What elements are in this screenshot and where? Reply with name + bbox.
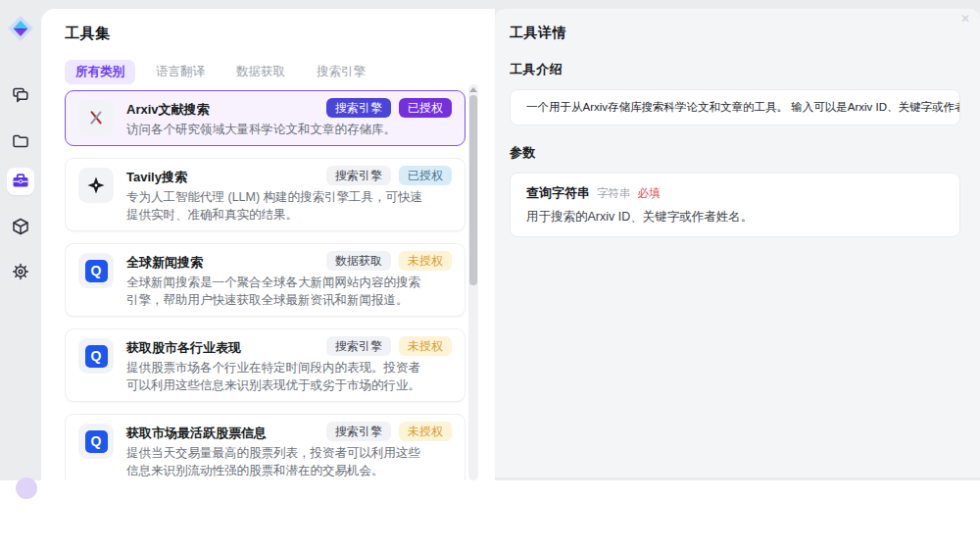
tool-card-head: 获取市场最活跃股票信息搜索引擎未授权 bbox=[126, 422, 452, 441]
tool-card-head: Tavily搜索搜索引擎已授权 bbox=[126, 166, 452, 185]
chat-icon bbox=[12, 86, 29, 104]
category-tab[interactable]: 搜索引擎 bbox=[306, 60, 376, 84]
tool-badges: 搜索引擎未授权 bbox=[326, 336, 452, 356]
arxiv-logo-icon bbox=[87, 109, 105, 126]
toolbox-icon bbox=[12, 173, 29, 190]
tool-icon-box: Q bbox=[78, 253, 114, 288]
app-logo-icon bbox=[7, 15, 34, 42]
tool-card-body: Arxiv文献搜索搜索引擎已授权访问各个研究领域大量科学论文和文章的存储库。 bbox=[126, 98, 452, 138]
param-head: 查询字符串字符串必填 bbox=[526, 184, 944, 202]
category-badge: 搜索引擎 bbox=[326, 336, 391, 356]
category-tab[interactable]: 语言翻译 bbox=[145, 60, 216, 84]
q-logo-icon: Q bbox=[85, 345, 108, 368]
tool-list: Arxiv文献搜索搜索引擎已授权访问各个研究领域大量科学论文和文章的存储库。Ta… bbox=[65, 90, 466, 480]
q-logo-icon: Q bbox=[85, 430, 108, 453]
scrollbar-thumb[interactable] bbox=[469, 95, 477, 285]
params-heading: 参数 bbox=[510, 144, 960, 162]
auth-status-badge: 已授权 bbox=[399, 166, 452, 185]
param-type: 字符串 bbox=[597, 186, 631, 201]
tool-card[interactable]: Q获取市场最活跃股票信息搜索引擎未授权提供当天交易量最高的股票列表，投资者可以利… bbox=[65, 414, 466, 480]
tool-name: 获取市场最活跃股票信息 bbox=[126, 424, 326, 440]
q-logo-icon: Q bbox=[85, 260, 108, 282]
tavily-star-icon bbox=[86, 176, 106, 195]
auth-status-badge: 未授权 bbox=[399, 422, 452, 441]
toolset-panel: 工具集 所有类别语言翻译数据获取搜索引擎 Arxiv文献搜索搜索引擎已授权访问各… bbox=[41, 9, 495, 480]
category-badge: 搜索引擎 bbox=[326, 422, 391, 441]
auth-status-badge: 已授权 bbox=[399, 98, 452, 118]
tool-description: 专为人工智能代理 (LLM) 构建的搜索引擎工具，可快速提供实时、准确和真实的结… bbox=[126, 188, 426, 224]
tool-card-body: 获取市场最活跃股票信息搜索引擎未授权提供当天交易量最高的股票列表，投资者可以利用… bbox=[126, 422, 452, 479]
category-tabs: 所有类别语言翻译数据获取搜索引擎 bbox=[65, 60, 376, 84]
intro-text: 一个用于从Arxiv存储库搜索科学论文和文章的工具。 输入可以是Arxiv ID… bbox=[526, 101, 960, 113]
tool-icon-box bbox=[78, 168, 114, 203]
tool-details-panel: ✕ 工具详情 工具介绍 一个用于从Arxiv存储库搜索科学论文和文章的工具。 输… bbox=[495, 9, 980, 477]
sidebar-item-settings[interactable] bbox=[12, 263, 29, 280]
tool-card-body: Tavily搜索搜索引擎已授权专为人工智能代理 (LLM) 构建的搜索引擎工具，… bbox=[126, 166, 452, 224]
close-icon[interactable]: ✕ bbox=[960, 12, 970, 25]
tool-card-head: 获取股市各行业表现搜索引擎未授权 bbox=[126, 336, 452, 356]
sidebar-item-toolbox[interactable] bbox=[12, 173, 29, 190]
param-list: 查询字符串字符串必填用于搜索的Arxiv ID、关键字或作者姓名。 bbox=[510, 173, 960, 237]
param-name: 查询字符串 bbox=[526, 184, 590, 202]
param-card: 查询字符串字符串必填用于搜索的Arxiv ID、关键字或作者姓名。 bbox=[510, 173, 960, 237]
tool-card[interactable]: Q获取股市各行业表现搜索引擎未授权提供股票市场各个行业在特定时间段内的表现。投资… bbox=[65, 328, 466, 402]
gear-icon bbox=[12, 263, 29, 280]
details-title: 工具详情 bbox=[510, 25, 960, 42]
sidebar-item-plugins[interactable] bbox=[12, 218, 29, 235]
category-tab[interactable]: 数据获取 bbox=[225, 60, 296, 84]
category-badge: 搜索引擎 bbox=[326, 98, 391, 118]
tool-description: 提供当天交易量最高的股票列表，投资者可以利用这些信息来识别流动性强的股票和潜在的… bbox=[126, 444, 426, 479]
page-title: 工具集 bbox=[65, 25, 111, 43]
scrollbar-up-arrow-icon[interactable] bbox=[469, 87, 477, 92]
app-window: 工具集 所有类别语言翻译数据获取搜索引擎 Arxiv文献搜索搜索引擎已授权访问各… bbox=[0, 0, 980, 552]
tool-badges: 数据获取未授权 bbox=[326, 251, 452, 271]
tool-description: 全球新闻搜索是一个聚合全球各大新闻网站内容的搜索引擎，帮助用户快速获取全球最新资… bbox=[126, 274, 426, 309]
sidebar-item-files[interactable] bbox=[12, 132, 29, 150]
auth-status-badge: 未授权 bbox=[399, 251, 452, 271]
tool-description: 访问各个研究领域大量科学论文和文章的存储库。 bbox=[126, 121, 426, 138]
floating-button[interactable] bbox=[16, 477, 37, 499]
tool-name: 全球新闻搜索 bbox=[126, 253, 326, 270]
cube-icon bbox=[12, 218, 29, 235]
sidebar-item-chat[interactable] bbox=[12, 86, 29, 104]
tool-name: Tavily搜索 bbox=[126, 168, 326, 184]
tool-card-body: 获取股市各行业表现搜索引擎未授权提供股票市场各个行业在特定时间段内的表现。投资者… bbox=[126, 336, 452, 394]
tool-card[interactable]: Q全球新闻搜索数据获取未授权全球新闻搜索是一个聚合全球各大新闻网站内容的搜索引擎… bbox=[65, 243, 466, 317]
param-description: 用于搜索的Arxiv ID、关键字或作者姓名。 bbox=[526, 209, 944, 226]
category-tab[interactable]: 所有类别 bbox=[65, 60, 135, 84]
category-badge: 数据获取 bbox=[326, 251, 391, 271]
tool-icon-box: Q bbox=[78, 424, 114, 459]
intro-heading: 工具介绍 bbox=[510, 61, 960, 78]
tool-icon-box: Q bbox=[78, 338, 114, 374]
sidebar bbox=[0, 0, 41, 480]
tool-card-head: 全球新闻搜索数据获取未授权 bbox=[126, 251, 452, 271]
auth-status-badge: 未授权 bbox=[399, 336, 452, 356]
tool-name: 获取股市各行业表现 bbox=[126, 338, 326, 355]
tool-card[interactable]: Tavily搜索搜索引擎已授权专为人工智能代理 (LLM) 构建的搜索引擎工具，… bbox=[65, 158, 466, 231]
tool-name: Arxiv文献搜索 bbox=[126, 100, 326, 117]
tool-card[interactable]: Arxiv文献搜索搜索引擎已授权访问各个研究领域大量科学论文和文章的存储库。 bbox=[65, 90, 466, 146]
tool-icon-box bbox=[78, 100, 114, 135]
intro-card: 一个用于从Arxiv存储库搜索科学论文和文章的工具。 输入可以是Arxiv ID… bbox=[510, 89, 960, 125]
tool-badges: 搜索引擎已授权 bbox=[326, 98, 452, 118]
tool-badges: 搜索引擎已授权 bbox=[326, 166, 452, 185]
folder-icon bbox=[12, 132, 29, 150]
param-required-badge: 必填 bbox=[638, 186, 661, 201]
tool-badges: 搜索引擎未授权 bbox=[326, 422, 452, 441]
tool-card-body: 全球新闻搜索数据获取未授权全球新闻搜索是一个聚合全球各大新闻网站内容的搜索引擎，… bbox=[126, 251, 452, 309]
tool-card-head: Arxiv文献搜索搜索引擎已授权 bbox=[126, 98, 452, 118]
tool-description: 提供股票市场各个行业在特定时间段内的表现。投资者可以利用这些信息来识别表现优于或… bbox=[126, 359, 426, 394]
category-badge: 搜索引擎 bbox=[326, 166, 391, 185]
